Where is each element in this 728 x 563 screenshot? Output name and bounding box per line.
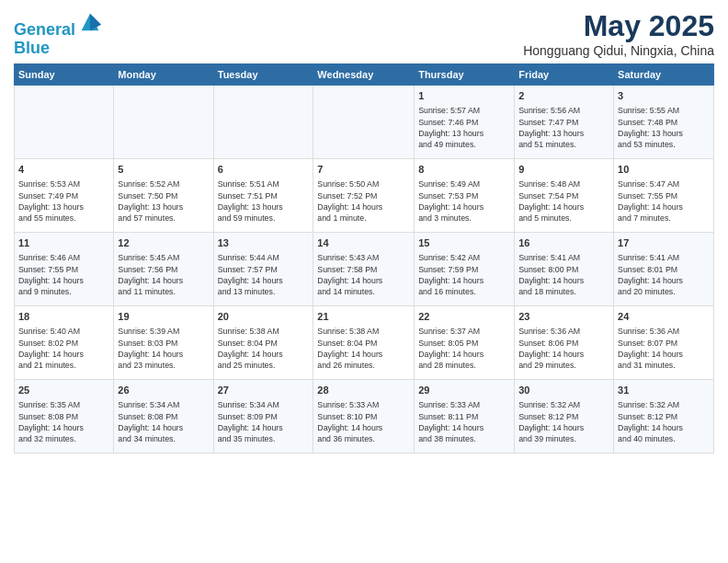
cell-content: Sunrise: 5:33 AM Sunset: 8:11 PM Dayligh… <box>418 399 510 444</box>
header-day-thursday: Thursday <box>415 64 515 86</box>
day-number: 7 <box>317 163 410 177</box>
cell-1: 1Sunrise: 5:57 AM Sunset: 7:46 PM Daylig… <box>415 86 515 159</box>
cell-20: 20Sunrise: 5:38 AM Sunset: 8:04 PM Dayli… <box>213 306 313 380</box>
page: General Blue May 2025 Hongguang Qidui, N… <box>0 0 728 563</box>
day-number: 4 <box>18 163 109 177</box>
cell-content: Sunrise: 5:37 AM Sunset: 8:05 PM Dayligh… <box>418 326 510 371</box>
cell-empty <box>114 86 213 159</box>
logo-general: General <box>14 20 75 39</box>
day-number: 28 <box>317 384 410 397</box>
cell-10: 10Sunrise: 5:47 AM Sunset: 7:55 PM Dayli… <box>614 159 714 233</box>
cell-29: 29Sunrise: 5:33 AM Sunset: 8:11 PM Dayli… <box>415 380 515 454</box>
week-row-3: 11Sunrise: 5:46 AM Sunset: 7:55 PM Dayli… <box>15 233 714 306</box>
day-number: 11 <box>18 236 109 250</box>
day-number: 6 <box>218 163 310 177</box>
cell-18: 18Sunrise: 5:40 AM Sunset: 8:02 PM Dayli… <box>15 306 114 380</box>
cell-24: 24Sunrise: 5:36 AM Sunset: 8:07 PM Dayli… <box>614 306 714 380</box>
cell-12: 12Sunrise: 5:45 AM Sunset: 7:56 PM Dayli… <box>114 233 213 306</box>
day-number: 17 <box>618 236 710 250</box>
cell-31: 31Sunrise: 5:32 AM Sunset: 8:12 PM Dayli… <box>614 380 714 454</box>
week-row-4: 18Sunrise: 5:40 AM Sunset: 8:02 PM Dayli… <box>15 306 714 380</box>
cell-26: 26Sunrise: 5:34 AM Sunset: 8:08 PM Dayli… <box>114 380 213 454</box>
cell-content: Sunrise: 5:34 AM Sunset: 8:08 PM Dayligh… <box>118 399 209 444</box>
day-number: 29 <box>418 384 510 397</box>
cell-content: Sunrise: 5:45 AM Sunset: 7:56 PM Dayligh… <box>118 252 209 297</box>
day-number: 18 <box>18 310 109 324</box>
cell-content: Sunrise: 5:32 AM Sunset: 8:12 PM Dayligh… <box>618 399 710 444</box>
header-row: SundayMondayTuesdayWednesdayThursdayFrid… <box>15 64 714 86</box>
cell-11: 11Sunrise: 5:46 AM Sunset: 7:55 PM Dayli… <box>15 233 114 306</box>
cell-content: Sunrise: 5:55 AM Sunset: 7:48 PM Dayligh… <box>618 105 710 150</box>
cell-content: Sunrise: 5:36 AM Sunset: 8:07 PM Dayligh… <box>618 326 710 371</box>
cell-7: 7Sunrise: 5:50 AM Sunset: 7:52 PM Daylig… <box>313 159 415 233</box>
cell-empty <box>15 86 114 159</box>
cell-content: Sunrise: 5:57 AM Sunset: 7:46 PM Dayligh… <box>418 105 510 150</box>
day-number: 22 <box>418 310 510 324</box>
day-number: 25 <box>18 384 109 397</box>
main-title: May 2025 <box>523 9 714 43</box>
cell-content: Sunrise: 5:44 AM Sunset: 7:57 PM Dayligh… <box>218 252 310 297</box>
day-number: 2 <box>518 89 609 103</box>
cell-27: 27Sunrise: 5:34 AM Sunset: 8:09 PM Dayli… <box>213 380 313 454</box>
cell-content: Sunrise: 5:56 AM Sunset: 7:47 PM Dayligh… <box>518 105 609 150</box>
logo-icon <box>77 9 103 35</box>
cell-content: Sunrise: 5:32 AM Sunset: 8:12 PM Dayligh… <box>518 399 609 444</box>
cell-15: 15Sunrise: 5:42 AM Sunset: 7:59 PM Dayli… <box>415 233 515 306</box>
cell-content: Sunrise: 5:46 AM Sunset: 7:55 PM Dayligh… <box>18 252 109 297</box>
cell-content: Sunrise: 5:41 AM Sunset: 8:01 PM Dayligh… <box>618 252 710 297</box>
day-number: 12 <box>118 236 209 250</box>
calendar-table: SundayMondayTuesdayWednesdayThursdayFrid… <box>14 63 714 454</box>
day-number: 31 <box>618 384 710 397</box>
title-block: May 2025 Hongguang Qidui, Ningxia, China <box>523 9 714 58</box>
day-number: 23 <box>518 310 609 324</box>
cell-content: Sunrise: 5:35 AM Sunset: 8:08 PM Dayligh… <box>18 399 109 444</box>
day-number: 30 <box>518 384 609 397</box>
cell-empty <box>313 86 415 159</box>
cell-empty <box>213 86 313 159</box>
cell-content: Sunrise: 5:42 AM Sunset: 7:59 PM Dayligh… <box>418 252 510 297</box>
cell-21: 21Sunrise: 5:38 AM Sunset: 8:04 PM Dayli… <box>313 306 415 380</box>
day-number: 20 <box>218 310 310 324</box>
day-number: 8 <box>418 163 510 177</box>
day-number: 21 <box>317 310 410 324</box>
subtitle: Hongguang Qidui, Ningxia, China <box>523 43 714 58</box>
day-number: 10 <box>618 163 710 177</box>
day-number: 15 <box>418 236 510 250</box>
cell-30: 30Sunrise: 5:32 AM Sunset: 8:12 PM Dayli… <box>515 380 614 454</box>
cell-23: 23Sunrise: 5:36 AM Sunset: 8:06 PM Dayli… <box>515 306 614 380</box>
header-day-saturday: Saturday <box>614 64 714 86</box>
day-number: 26 <box>118 384 209 397</box>
logo: General Blue <box>14 9 103 58</box>
week-row-1: 1Sunrise: 5:57 AM Sunset: 7:46 PM Daylig… <box>15 86 714 159</box>
week-row-5: 25Sunrise: 5:35 AM Sunset: 8:08 PM Dayli… <box>15 380 714 454</box>
cell-content: Sunrise: 5:53 AM Sunset: 7:49 PM Dayligh… <box>18 178 109 224</box>
header-day-wednesday: Wednesday <box>313 64 415 86</box>
cell-13: 13Sunrise: 5:44 AM Sunset: 7:57 PM Dayli… <box>213 233 313 306</box>
day-number: 13 <box>218 236 310 250</box>
cell-content: Sunrise: 5:38 AM Sunset: 8:04 PM Dayligh… <box>317 326 410 371</box>
cell-content: Sunrise: 5:48 AM Sunset: 7:54 PM Dayligh… <box>518 178 609 224</box>
cell-3: 3Sunrise: 5:55 AM Sunset: 7:48 PM Daylig… <box>614 86 714 159</box>
cell-2: 2Sunrise: 5:56 AM Sunset: 7:47 PM Daylig… <box>515 86 614 159</box>
day-number: 1 <box>418 89 510 103</box>
day-number: 3 <box>618 89 710 103</box>
cell-17: 17Sunrise: 5:41 AM Sunset: 8:01 PM Dayli… <box>614 233 714 306</box>
cell-content: Sunrise: 5:51 AM Sunset: 7:51 PM Dayligh… <box>218 178 310 224</box>
cell-content: Sunrise: 5:39 AM Sunset: 8:03 PM Dayligh… <box>118 326 209 371</box>
logo-text: General Blue <box>14 9 103 58</box>
cell-content: Sunrise: 5:47 AM Sunset: 7:55 PM Dayligh… <box>618 178 710 224</box>
cell-22: 22Sunrise: 5:37 AM Sunset: 8:05 PM Dayli… <box>415 306 515 380</box>
header: General Blue May 2025 Hongguang Qidui, N… <box>14 9 714 58</box>
cell-5: 5Sunrise: 5:52 AM Sunset: 7:50 PM Daylig… <box>114 159 213 233</box>
cell-9: 9Sunrise: 5:48 AM Sunset: 7:54 PM Daylig… <box>515 159 614 233</box>
cell-content: Sunrise: 5:38 AM Sunset: 8:04 PM Dayligh… <box>218 326 310 371</box>
cell-14: 14Sunrise: 5:43 AM Sunset: 7:58 PM Dayli… <box>313 233 415 306</box>
day-number: 27 <box>218 384 310 397</box>
cell-content: Sunrise: 5:34 AM Sunset: 8:09 PM Dayligh… <box>218 399 310 444</box>
cell-19: 19Sunrise: 5:39 AM Sunset: 8:03 PM Dayli… <box>114 306 213 380</box>
cell-4: 4Sunrise: 5:53 AM Sunset: 7:49 PM Daylig… <box>15 159 114 233</box>
cell-content: Sunrise: 5:50 AM Sunset: 7:52 PM Dayligh… <box>317 178 410 224</box>
day-number: 19 <box>118 310 209 324</box>
day-number: 24 <box>618 310 710 324</box>
cell-28: 28Sunrise: 5:33 AM Sunset: 8:10 PM Dayli… <box>313 380 415 454</box>
